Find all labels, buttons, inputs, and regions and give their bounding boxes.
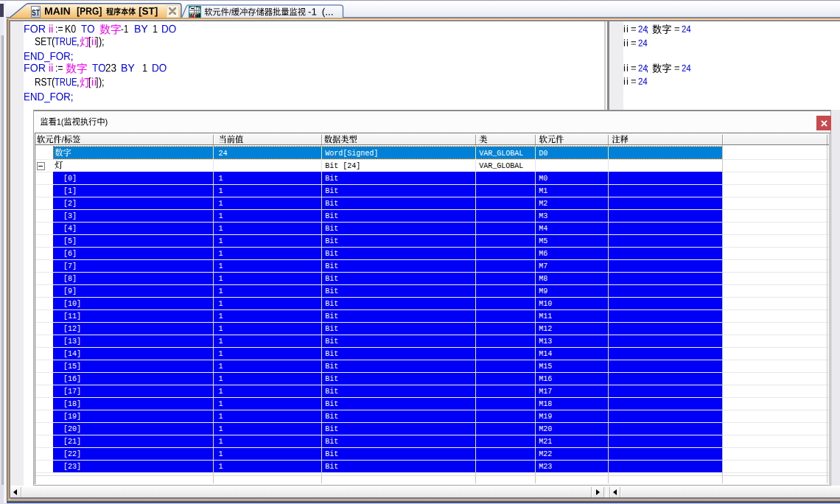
svg-text:ST: ST — [32, 8, 40, 17]
